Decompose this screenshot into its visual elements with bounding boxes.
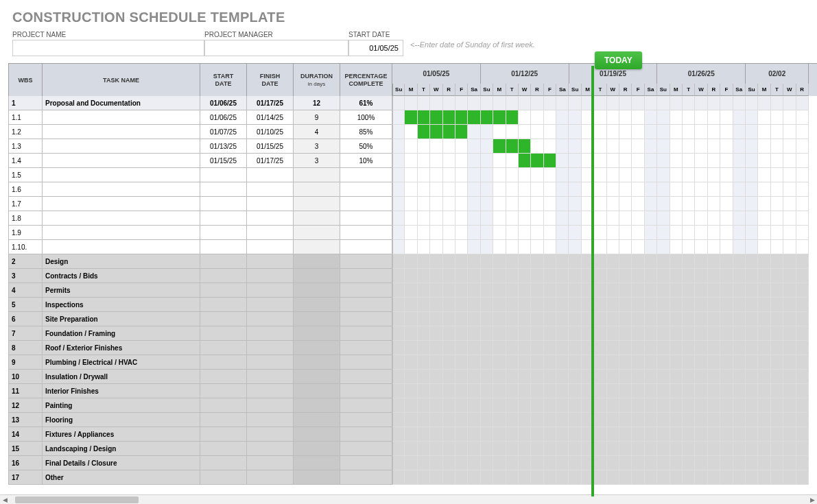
gantt-cell[interactable] <box>569 211 581 226</box>
gantt-cell[interactable] <box>645 254 657 269</box>
gantt-cell[interactable] <box>783 182 796 197</box>
gantt-cell[interactable] <box>481 197 493 211</box>
table-row[interactable]: 1.9 <box>8 226 817 240</box>
gantt-cell[interactable] <box>493 125 506 139</box>
gantt-cell[interactable] <box>493 384 506 398</box>
gantt-cell[interactable] <box>544 269 556 283</box>
gantt-cell[interactable] <box>632 283 644 298</box>
gantt-cell[interactable] <box>632 427 644 442</box>
gantt-cell[interactable] <box>544 413 556 427</box>
gantt-cell[interactable] <box>392 211 405 226</box>
cell-wbs[interactable]: 10 <box>8 370 43 384</box>
gantt-cell[interactable] <box>670 240 683 254</box>
gantt-cell[interactable] <box>531 442 543 456</box>
cell-finish-date[interactable] <box>247 312 294 326</box>
gantt-cell[interactable] <box>607 370 619 384</box>
gantt-cell[interactable] <box>695 197 707 211</box>
gantt-cell[interactable] <box>544 154 556 168</box>
cell-wbs[interactable]: 8 <box>8 341 43 355</box>
gantt-cell[interactable] <box>506 197 519 211</box>
gantt-cell[interactable] <box>758 355 770 370</box>
cell-start-date[interactable] <box>200 240 247 254</box>
gantt-cell[interactable] <box>481 398 493 413</box>
gantt-cell[interactable] <box>720 154 733 168</box>
cell-finish-date[interactable] <box>247 240 294 254</box>
gantt-cell[interactable] <box>758 442 770 456</box>
gantt-cell[interactable] <box>695 442 707 456</box>
gantt-cell[interactable] <box>506 456 519 470</box>
gantt-cell[interactable] <box>758 110 770 125</box>
gantt-cell[interactable] <box>708 413 720 427</box>
gantt-cell[interactable] <box>594 413 606 427</box>
gantt-cell[interactable] <box>645 110 657 125</box>
gantt-cell[interactable] <box>670 96 683 110</box>
gantt-cell[interactable] <box>493 168 506 182</box>
gantt-cell[interactable] <box>506 283 519 298</box>
gantt-cell[interactable] <box>418 226 430 240</box>
gantt-cell[interactable] <box>796 470 809 485</box>
gantt-cell[interactable] <box>771 226 783 240</box>
gantt-cell[interactable] <box>544 110 556 125</box>
gantt-cell[interactable] <box>695 427 707 442</box>
gantt-cell[interactable] <box>720 456 733 470</box>
table-row[interactable]: 1.201/07/2501/10/25485% <box>8 125 817 139</box>
scroll-right-arrow-icon[interactable]: ▶ <box>807 495 817 505</box>
cell-percent[interactable]: 100% <box>340 110 392 125</box>
cell-finish-date[interactable] <box>247 254 294 269</box>
gantt-cell[interactable] <box>443 398 455 413</box>
gantt-cell[interactable] <box>619 269 632 283</box>
cell-finish-date[interactable]: 01/14/25 <box>247 110 294 125</box>
gantt-cell[interactable] <box>392 154 405 168</box>
gantt-cell[interactable] <box>392 283 405 298</box>
cell-finish-date[interactable]: 01/10/25 <box>247 125 294 139</box>
gantt-cell[interactable] <box>683 197 695 211</box>
gantt-cell[interactable] <box>720 96 733 110</box>
cell-wbs[interactable]: 12 <box>8 398 43 413</box>
gantt-cell[interactable] <box>405 470 417 485</box>
gantt-cell[interactable] <box>607 240 619 254</box>
gantt-cell[interactable] <box>619 398 632 413</box>
gantt-cell[interactable] <box>695 154 707 168</box>
gantt-cell[interactable] <box>758 269 770 283</box>
gantt-cell[interactable] <box>683 139 695 154</box>
gantt-cell[interactable] <box>758 341 770 355</box>
cell-duration[interactable] <box>294 182 340 197</box>
gantt-cell[interactable] <box>468 269 480 283</box>
gantt-cell[interactable] <box>683 470 695 485</box>
gantt-cell[interactable] <box>455 384 468 398</box>
gantt-cell[interactable] <box>418 413 430 427</box>
gantt-cell[interactable] <box>607 110 619 125</box>
gantt-cell[interactable] <box>531 298 543 312</box>
gantt-cell[interactable] <box>544 254 556 269</box>
gantt-cell[interactable] <box>720 326 733 341</box>
gantt-cell[interactable] <box>455 269 468 283</box>
cell-duration[interactable] <box>294 168 340 182</box>
gantt-cell[interactable] <box>607 283 619 298</box>
gantt-cell[interactable] <box>556 312 569 326</box>
gantt-cell[interactable] <box>544 370 556 384</box>
cell-task[interactable] <box>43 197 200 211</box>
gantt-cell[interactable] <box>506 298 519 312</box>
gantt-cell[interactable] <box>708 211 720 226</box>
gantt-cell[interactable] <box>683 182 695 197</box>
gantt-cell[interactable] <box>594 240 606 254</box>
gantt-cell[interactable] <box>405 341 417 355</box>
gantt-cell[interactable] <box>695 226 707 240</box>
gantt-cell[interactable] <box>594 398 606 413</box>
gantt-cell[interactable] <box>746 240 758 254</box>
gantt-cell[interactable] <box>493 442 506 456</box>
gantt-cell[interactable] <box>594 154 606 168</box>
cell-start-date[interactable] <box>200 254 247 269</box>
gantt-cell[interactable] <box>569 298 581 312</box>
gantt-cell[interactable] <box>657 211 670 226</box>
gantt-cell[interactable] <box>683 370 695 384</box>
gantt-cell[interactable] <box>670 197 683 211</box>
gantt-cell[interactable] <box>657 139 670 154</box>
gantt-cell[interactable] <box>746 182 758 197</box>
gantt-cell[interactable] <box>619 240 632 254</box>
gantt-cell[interactable] <box>405 139 417 154</box>
gantt-cell[interactable] <box>670 269 683 283</box>
gantt-cell[interactable] <box>708 298 720 312</box>
gantt-cell[interactable] <box>670 182 683 197</box>
cell-finish-date[interactable] <box>247 442 294 456</box>
